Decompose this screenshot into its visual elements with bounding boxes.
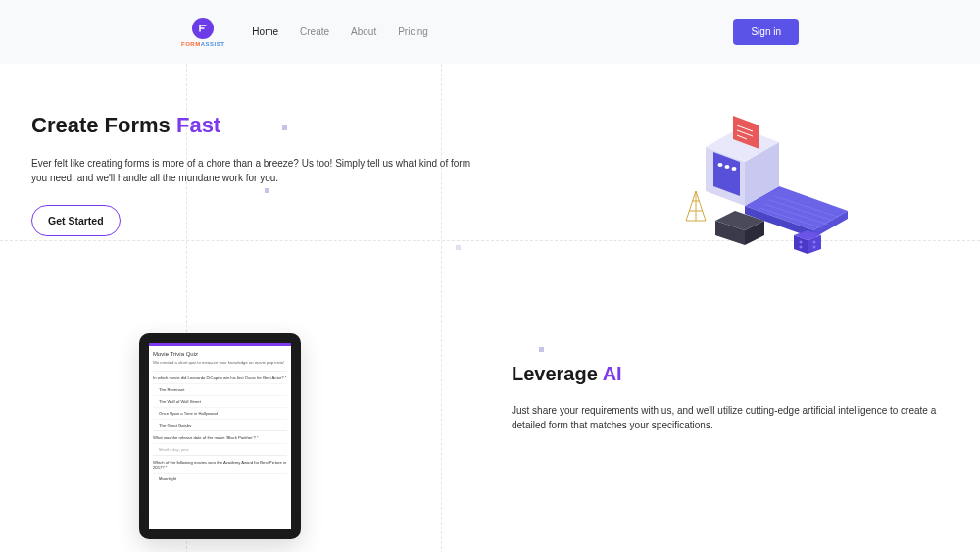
header: FORMASSIST Home Create About Pricing Sig… — [0, 0, 980, 64]
logo[interactable]: FORMASSIST — [181, 18, 224, 47]
section2-text: Leverage AI Just share your requirements… — [360, 333, 949, 539]
quiz-question: In which movie did Leonardo DiCaprio win… — [153, 371, 287, 383]
svg-point-4 — [718, 163, 723, 167]
quiz-date-field: Month, day, year — [153, 443, 287, 455]
svg-point-6 — [732, 167, 737, 171]
svg-point-10 — [800, 241, 803, 244]
header-left: FORMASSIST Home Create About Pricing — [181, 18, 428, 47]
svg-point-13 — [813, 246, 816, 249]
tablet-mockup: Movie Trivia Quiz We created a short qui… — [139, 333, 301, 539]
logo-text: FORMASSIST — [181, 41, 224, 47]
svg-point-11 — [800, 246, 803, 249]
signin-button[interactable]: Sign in — [733, 19, 799, 45]
section2-description: Just share your requirements with us, an… — [512, 403, 949, 432]
hero-description: Ever felt like creating forms is more of… — [31, 156, 482, 185]
tablet-screen: Movie Trivia Quiz We created a short qui… — [149, 343, 291, 529]
logo-icon — [192, 18, 214, 39]
quiz-subtitle: We created a short quiz to measure your … — [153, 360, 287, 365]
quiz-option: Once Upon a Time in Hollywood — [153, 407, 287, 419]
quiz-question: Which of the following movies won the Ac… — [153, 455, 287, 473]
nav-about[interactable]: About — [351, 26, 376, 37]
nav-create[interactable]: Create — [300, 26, 329, 37]
quiz-option: The Great Gatsby — [153, 419, 287, 430]
svg-point-12 — [813, 241, 816, 244]
hero-illustration — [666, 98, 862, 265]
section2-title: Leverage AI — [512, 363, 949, 385]
quiz-question: What was the release date of the movie '… — [153, 430, 287, 443]
quiz-option: Moonlight — [153, 473, 287, 484]
get-started-button[interactable]: Get Started — [31, 205, 121, 236]
quiz-option: The Wolf of Wall Street — [153, 395, 287, 407]
nav: Home Create About Pricing — [252, 26, 427, 37]
quiz-option: The Revenant — [153, 383, 287, 395]
section-leverage-ai: Movie Trivia Quiz We created a short qui… — [0, 333, 980, 539]
quiz-title: Movie Trivia Quiz — [153, 351, 287, 357]
decoration-dot — [456, 245, 461, 250]
nav-pricing[interactable]: Pricing — [398, 26, 428, 37]
nav-home[interactable]: Home — [252, 26, 278, 37]
svg-point-5 — [725, 165, 730, 169]
